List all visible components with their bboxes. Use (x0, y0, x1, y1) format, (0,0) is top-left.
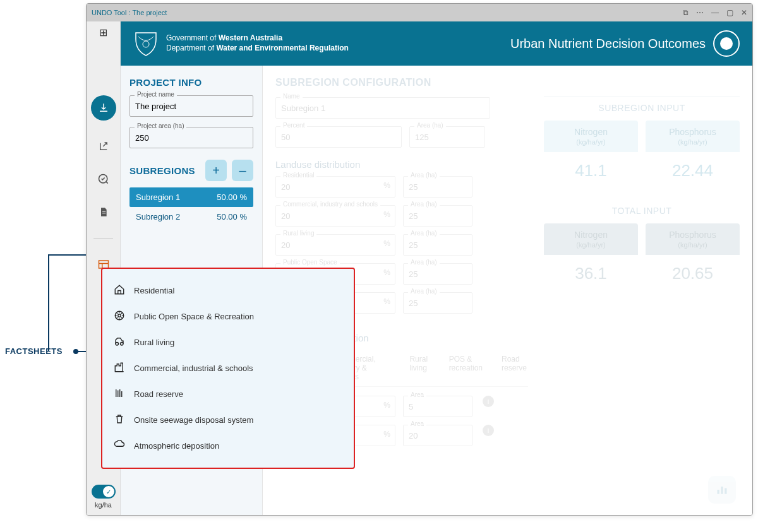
subregions-title: SUBREGIONS (129, 165, 195, 176)
subregion-input-title: SUBREGION INPUT (544, 103, 740, 113)
dist-pct-input[interactable] (275, 205, 395, 227)
factsheet-item-label: Public Open Space & Recreation (134, 312, 254, 321)
factsheets-popup: ResidentialPublic Open Space & Recreatio… (101, 268, 355, 469)
factsheet-item-icon (114, 439, 125, 452)
info-icon[interactable]: i (483, 425, 494, 436)
factsheet-item-label: Rural living (134, 338, 174, 347)
subregion-area-input[interactable] (409, 126, 485, 148)
dist-area-input[interactable] (403, 176, 472, 198)
factsheet-item-icon (114, 413, 125, 427)
dist-pct-input[interactable] (275, 176, 395, 198)
export-icon[interactable] (97, 139, 111, 153)
stats-panel: SUBREGION INPUT Nitrogen(kg/ha/yr) 41.1 … (544, 96, 740, 309)
factsheet-item-label: Onsite seewage disposal system (134, 415, 253, 425)
annotation-dot (73, 349, 78, 354)
window-cast-icon[interactable]: ⧉ (683, 8, 689, 17)
window-maximize-icon[interactable]: ▢ (726, 8, 733, 17)
landuse-dist-title: Landuse distribution (275, 159, 528, 170)
subregion-percent-input[interactable] (275, 126, 402, 148)
window-titlebar: UNDO Tool : The project ⧉ ⋯ — ▢ ✕ (87, 4, 752, 21)
svg-point-11 (121, 343, 124, 346)
checkmark-add-icon[interactable] (97, 172, 111, 186)
factsheet-item[interactable]: Onsite seewage disposal system (109, 407, 347, 433)
factsheet-item[interactable]: Residential (109, 278, 347, 304)
window-title: UNDO Tool : The project (92, 9, 167, 16)
factsheet-item[interactable]: Public Open Space & Recreation (109, 304, 347, 329)
header-gov-text: Government of Western Australia Departme… (166, 33, 349, 53)
subregion-row[interactable]: Subregion 250.00 % (129, 207, 253, 227)
unit-toggle-label: kg/ha (95, 501, 112, 509)
nitrogen-sub-card: Nitrogen(kg/ha/yr) 41.1 (544, 121, 638, 189)
add-subregion-button[interactable]: + (205, 160, 227, 181)
factsheet-item-icon (114, 387, 125, 401)
apps-grid-icon[interactable]: ⊞ (99, 27, 107, 38)
svg-point-4 (143, 41, 149, 47)
cfg-area-input[interactable] (403, 425, 472, 446)
unit-toggle[interactable]: ✓ (92, 485, 116, 499)
svg-rect-2 (102, 213, 105, 213)
factsheet-item-label: Commercial, industrial & schools (134, 364, 253, 373)
cfg-area-input[interactable] (403, 396, 472, 417)
factsheet-item-icon (114, 336, 125, 349)
window-minimize-icon[interactable]: — (711, 8, 719, 17)
nitrogen-total-card: Nitrogen(kg/ha/yr) 36.1 (544, 223, 638, 292)
factsheet-item[interactable]: Rural living (109, 329, 347, 355)
window-close-icon[interactable]: ✕ (741, 8, 747, 17)
factsheet-item-label: Residential (134, 286, 174, 295)
dist-area-input[interactable] (403, 205, 472, 227)
download-button[interactable] (91, 95, 116, 121)
svg-point-10 (116, 343, 119, 346)
svg-rect-6 (721, 487, 723, 494)
factsheet-item-icon (114, 362, 125, 375)
svg-point-9 (118, 314, 121, 317)
project-area-label: Project area (ha) (135, 122, 186, 129)
subregion-name-input[interactable] (275, 97, 490, 119)
phosphorus-sub-card: Phosphorus(kg/ha/yr) 22.44 (646, 121, 740, 189)
landuse-tab[interactable]: Road reserve (500, 350, 528, 386)
dist-area-input[interactable] (403, 292, 472, 314)
chart-fab-button[interactable] (708, 476, 736, 504)
phosphorus-total-card: Phosphorus(kg/ha/yr) 20.65 (646, 223, 740, 292)
dist-area-input[interactable] (403, 263, 472, 285)
dist-pct-input[interactable] (275, 234, 395, 256)
subregion-config-title: SUBREGION CONFIGURATION (275, 77, 528, 88)
factsheet-item-icon (114, 310, 125, 323)
total-input-title: TOTAL INPUT (544, 206, 740, 216)
app-header: Government of Western Australia Departme… (121, 21, 752, 66)
factsheet-item[interactable]: Road reserve (109, 381, 347, 407)
subregion-row[interactable]: Subregion 150.00 % (129, 187, 253, 207)
project-area-input[interactable] (129, 127, 253, 148)
factsheet-item[interactable]: Commercial, industrial & schools (109, 355, 347, 381)
svg-rect-1 (102, 211, 105, 212)
svg-rect-7 (725, 488, 726, 494)
factsheet-item-label: Atmospheric deposition (134, 441, 219, 451)
annotation-factsheets-label: FACTSHEETS (5, 346, 63, 356)
project-name-label: Project name (135, 91, 177, 98)
factsheet-item[interactable]: Atmospheric deposition (109, 433, 347, 459)
factsheet-item-label: Road reserve (134, 389, 183, 399)
document-icon[interactable] (97, 205, 111, 219)
svg-rect-5 (718, 490, 719, 494)
remove-subregion-button[interactable]: – (232, 160, 253, 181)
app-logo-icon (713, 30, 740, 57)
landuse-tab[interactable]: POS & recreation (448, 350, 484, 386)
wa-crest-icon (133, 30, 159, 57)
app-title: Urban Nutrient Decision Outcomes (510, 37, 706, 51)
info-icon[interactable]: i (483, 396, 494, 407)
annotation-line (48, 256, 49, 352)
project-name-input[interactable] (129, 95, 253, 117)
window-more-icon[interactable]: ⋯ (696, 8, 704, 17)
project-info-title: PROJECT INFO (129, 77, 253, 88)
dist-area-input[interactable] (403, 234, 472, 256)
factsheet-item-icon (114, 284, 125, 297)
landuse-tab[interactable]: Rural living (408, 350, 431, 386)
